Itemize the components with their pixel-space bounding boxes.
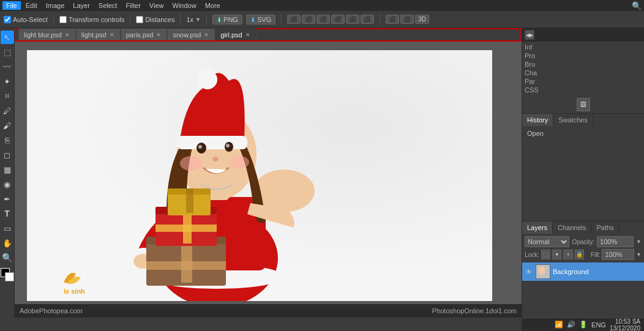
gradient-tool[interactable]: ▦ <box>1 163 14 176</box>
menu-file[interactable]: File <box>2 1 21 10</box>
svg-rect-22 <box>146 261 226 270</box>
export-png-button[interactable]: ⬇ PNG <box>212 15 242 24</box>
sidebar-pro[interactable]: Pro <box>523 51 643 60</box>
tab-close-snow[interactable]: ✕ <box>203 31 209 39</box>
menu-view[interactable]: View <box>146 1 168 10</box>
tab-paris[interactable]: paris.psd ✕ <box>121 28 168 40</box>
tab-paths[interactable]: Paths <box>592 221 620 234</box>
3d-button[interactable]: 3D <box>415 15 429 24</box>
lock-position-btn[interactable]: + <box>563 250 572 259</box>
fill-dropdown-icon[interactable]: ▼ <box>636 251 642 258</box>
tab-channels[interactable]: Channels <box>553 221 591 234</box>
sidebar-css[interactable]: CSS <box>523 86 643 94</box>
menu-more[interactable]: More <box>201 1 224 10</box>
panel-arrows[interactable]: ◀▶ <box>525 30 534 40</box>
menu-filter[interactable]: Filter <box>122 1 144 10</box>
align-top-button[interactable]: ⬛ <box>331 15 345 24</box>
fill-value[interactable]: 100% <box>602 249 634 260</box>
svg-text:le sinh: le sinh <box>64 288 85 295</box>
eraser-tool[interactable]: ◻ <box>1 148 14 162</box>
zoom-dropdown-icon[interactable]: ▼ <box>195 17 201 23</box>
shape-tool[interactable]: ▭ <box>1 221 14 235</box>
main-layout: ↖ ⬚ 〰 ✦ ⌗ 🖊 🖌 ⎘ ◻ ▦ ◉ ✒ T ▭ ✋ 🔍 light bl… <box>0 28 644 318</box>
watermark-right-text: PhotoshopOnline.1doi1.com <box>432 307 517 314</box>
hand-tool[interactable]: ✋ <box>1 236 14 250</box>
foreground-color[interactable] <box>1 268 14 281</box>
layers-empty-area <box>522 281 644 318</box>
zoom-tool[interactable]: 🔍 <box>1 251 14 264</box>
eyedropper-tool[interactable]: 🖊 <box>1 104 14 117</box>
svg-rect-31 <box>186 188 193 213</box>
align-right-button[interactable]: ⬛ <box>316 15 330 24</box>
menu-image[interactable]: Image <box>42 1 69 10</box>
auto-select-checkbox[interactable] <box>4 16 11 23</box>
blend-mode-select[interactable]: Normal <box>525 236 569 247</box>
lock-transparent-btn[interactable]: ⬚ <box>541 250 550 259</box>
tab-girl[interactable]: girl.psd ✕ <box>215 28 256 40</box>
layer-background[interactable]: 👁 Background <box>522 262 644 281</box>
align-left-button[interactable]: ⬛ <box>287 15 301 24</box>
transform-checkbox[interactable] <box>59 16 67 23</box>
menu-layer[interactable]: Layer <box>69 1 94 10</box>
layers-controls: Normal Opacity: 100% ▼ Lock: ⬚ ✦ + 🔒 Fil… <box>522 234 644 262</box>
svg-rect-8 <box>177 136 247 149</box>
distribute-h-button[interactable]: ⬛ <box>386 15 399 24</box>
lasso-tool[interactable]: 〰 <box>1 60 14 73</box>
selection-tool[interactable]: ⬚ <box>1 45 14 59</box>
pen-tool[interactable]: ✒ <box>1 192 14 206</box>
sidebar-bru[interactable]: Bru <box>523 60 643 69</box>
lock-pixels-btn[interactable]: ✦ <box>552 250 561 259</box>
tab-light-blur[interactable]: light blur.psd ✕ <box>18 28 76 40</box>
canvas-status-bar: AdobePhotopea.com PhotoshopOnline.1doi1.… <box>15 304 522 318</box>
tools-panel: ↖ ⬚ 〰 ✦ ⌗ 🖊 🖌 ⎘ ◻ ▦ ◉ ✒ T ▭ ✋ 🔍 <box>0 28 15 318</box>
sidebar-par[interactable]: Par <box>523 77 643 86</box>
tab-close-paris[interactable]: ✕ <box>155 31 162 39</box>
text-tool[interactable]: T <box>1 207 14 220</box>
tab-layers[interactable]: Layers <box>522 221 553 234</box>
align-center-button[interactable]: ⬛ <box>302 15 315 24</box>
menu-edit[interactable]: Edit <box>22 1 41 10</box>
date-display: 13/12/2020 <box>610 325 640 332</box>
crop-tool[interactable]: ⌗ <box>1 89 14 103</box>
tab-snow[interactable]: snow.psd ✕ <box>167 28 215 40</box>
sidebar-inf[interactable]: Inf <box>523 43 643 51</box>
toolbar-divider-4 <box>206 14 207 25</box>
move-tool[interactable]: ↖ <box>1 31 14 44</box>
blur-tool[interactable]: ◉ <box>1 177 14 191</box>
search-icon[interactable]: 🔍 <box>632 1 642 10</box>
svg-icon: ⬇ <box>250 17 255 23</box>
toolbar-divider-6 <box>380 14 380 25</box>
align-middle-button[interactable]: ⬛ <box>346 15 359 24</box>
layer-visibility-icon[interactable]: 👁 <box>525 267 533 276</box>
opacity-value[interactable]: 100% <box>597 236 634 247</box>
svg-point-15 <box>180 156 202 171</box>
layer-thumbnail <box>536 264 550 279</box>
tab-close-light[interactable]: ✕ <box>109 31 115 39</box>
sidebar-cha[interactable]: Cha <box>523 69 643 77</box>
sound-icon: 🔊 <box>567 321 575 329</box>
tab-history[interactable]: History <box>522 114 553 126</box>
right-sidebar-labels: Inf Pro Bru Cha Par CSS <box>522 42 644 95</box>
tab-swatches[interactable]: Swatches <box>553 114 593 126</box>
tab-light[interactable]: light.psd ✕ <box>76 28 121 40</box>
distances-control: Distances <box>136 16 174 23</box>
distribute-tools: ⬛ ⬛ 3D <box>386 15 429 24</box>
tab-close-light-blur[interactable]: ✕ <box>64 31 70 39</box>
brush-tool[interactable]: 🖌 <box>1 119 14 132</box>
layers-channels-paths-tabs: Layers Channels Paths <box>522 221 644 234</box>
lock-all-btn[interactable]: 🔒 <box>575 250 584 259</box>
distances-checkbox[interactable] <box>136 16 143 23</box>
align-bottom-button[interactable]: ⬛ <box>361 15 374 24</box>
menu-select[interactable]: Select <box>95 1 121 10</box>
tab-close-girl[interactable]: ✕ <box>245 31 251 39</box>
magic-wand-tool[interactable]: ✦ <box>1 75 14 88</box>
distribute-v-button[interactable]: ⬛ <box>400 15 414 24</box>
export-svg-button[interactable]: ⬇ SVG <box>246 15 275 24</box>
language-indicator[interactable]: ENG <box>591 321 606 329</box>
right-panel: ◀▶ Inf Pro Bru Cha Par CSS 🖼 History Swa… <box>522 28 644 318</box>
clone-tool[interactable]: ⎘ <box>1 133 14 147</box>
history-item-open[interactable]: Open <box>525 128 642 138</box>
opacity-dropdown-icon[interactable]: ▼ <box>636 239 642 245</box>
menu-window[interactable]: Window <box>169 1 200 10</box>
thumbnail-btn[interactable]: 🖼 <box>577 98 590 111</box>
